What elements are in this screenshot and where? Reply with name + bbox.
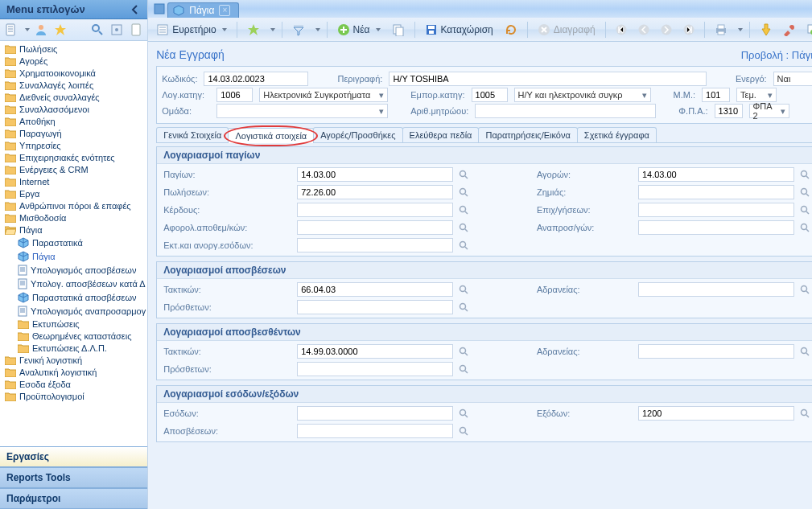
- nav-first-icon[interactable]: [612, 23, 630, 37]
- form-tab[interactable]: Παρατηρήσεις/Εικόνα: [478, 127, 577, 142]
- group-dropdown[interactable]: ▾: [216, 104, 388, 118]
- tree-item[interactable]: Συναλλαγές λοιπές: [0, 79, 147, 91]
- window-menu-icon[interactable]: [151, 1, 167, 17]
- code-input[interactable]: [204, 72, 308, 86]
- tree-item[interactable]: Ανθρώπινοι πόροι & επαφές: [0, 199, 147, 211]
- toolbar-new-button[interactable]: Νέα: [334, 22, 384, 38]
- tree-item[interactable]: Εκτυπώσεις: [0, 318, 147, 330]
- toolbar-index-caret-icon[interactable]: [222, 28, 227, 31]
- lookup-icon[interactable]: [799, 346, 810, 357]
- lookup-icon[interactable]: [458, 204, 469, 216]
- form-tab[interactable]: Σχετικά έγγραφα: [577, 127, 657, 142]
- account-input[interactable]: [638, 203, 794, 217]
- export-icon[interactable]: [803, 22, 812, 38]
- lookup-icon[interactable]: [799, 284, 810, 295]
- tree-item[interactable]: Αποθήκη: [0, 115, 147, 127]
- tree-item[interactable]: Χρηματοοικονομικά: [0, 67, 147, 79]
- account-input[interactable]: [297, 185, 453, 199]
- account-input[interactable]: [297, 282, 453, 297]
- toolbar-delete-button[interactable]: Διαγραφή: [534, 22, 599, 38]
- account-input[interactable]: [297, 300, 453, 314]
- tree-item[interactable]: Πωλήσεις: [0, 43, 147, 55]
- lookup-icon[interactable]: [458, 187, 469, 198]
- print-caret-icon[interactable]: [738, 28, 743, 31]
- window-tab[interactable]: Πάγια ×: [167, 2, 239, 18]
- registry-input[interactable]: [475, 104, 656, 118]
- account-input[interactable]: [638, 282, 794, 297]
- tree-item[interactable]: Πάγια: [0, 249, 147, 263]
- acc-cat-dropdown[interactable]: Ηλεκτρονικά Συγκροτήματα▾: [259, 88, 388, 102]
- tree-item[interactable]: Υπολογ. αποσβέσεων κατά Δ: [0, 277, 147, 290]
- lookup-icon[interactable]: [799, 169, 810, 180]
- form-tab[interactable]: Ελεύθερα πεδία: [402, 127, 480, 142]
- toolbar-index-button[interactable]: Ευρετήριο: [153, 22, 229, 38]
- star-add-icon[interactable]: [244, 22, 263, 38]
- filter-caret-icon[interactable]: [315, 28, 320, 31]
- sidebar-section[interactable]: Παράμετροι: [0, 488, 147, 509]
- collapse-sidebar-icon[interactable]: [129, 3, 141, 15]
- nav-last-icon[interactable]: [680, 23, 698, 37]
- comm-cat-code-input[interactable]: [472, 88, 508, 102]
- settings-icon[interactable]: [109, 22, 125, 38]
- lookup-icon[interactable]: [458, 222, 469, 233]
- lookup-icon[interactable]: [799, 222, 810, 233]
- lookup-icon[interactable]: [458, 284, 469, 295]
- lookup-icon[interactable]: [799, 204, 810, 216]
- tree-item[interactable]: Υπολογισμός αναπροσαρμογ: [0, 304, 147, 318]
- unit-dropdown[interactable]: Τεμ.▾: [736, 88, 777, 102]
- tools-icon[interactable]: [779, 22, 798, 38]
- tree-item[interactable]: Υπολογισμός αποσβέσεων: [0, 263, 147, 277]
- account-input[interactable]: [297, 167, 453, 182]
- vat-code-input[interactable]: [715, 104, 743, 118]
- lookup-icon[interactable]: [458, 302, 469, 313]
- vat-dropdown[interactable]: ΦΠΑ 2▾: [749, 104, 789, 118]
- tree-item[interactable]: Παραγωγή: [0, 127, 147, 139]
- filter-icon[interactable]: [289, 22, 308, 38]
- dropdown-caret-icon[interactable]: [25, 28, 30, 31]
- account-input[interactable]: [297, 203, 453, 217]
- user-icon[interactable]: [33, 22, 49, 38]
- toolbar-save-button[interactable]: Καταχώριση: [422, 22, 497, 38]
- account-input[interactable]: [638, 344, 794, 359]
- tree-item[interactable]: Παραστατικά: [0, 236, 147, 249]
- active-dropdown[interactable]: Ναι: [773, 72, 812, 86]
- tree-item[interactable]: Παραστατικά αποσβέσεων: [0, 290, 147, 304]
- action-icon[interactable]: [756, 22, 774, 38]
- tree-item[interactable]: Αγορές: [0, 55, 147, 67]
- sidebar-section[interactable]: Εργασίες: [0, 446, 147, 467]
- form-tab[interactable]: Γενικά Στοιχεία: [156, 127, 229, 142]
- acc-cat-code-input[interactable]: [216, 88, 253, 102]
- tree-item[interactable]: Διεθνείς συναλλαγές: [0, 91, 147, 103]
- form-tab[interactable]: Αγορές/Προσθήκες: [313, 127, 402, 142]
- lookup-icon[interactable]: [458, 169, 469, 180]
- unit-code-input[interactable]: [702, 88, 730, 102]
- sidebar-tree[interactable]: ΠωλήσειςΑγορέςΧρηματοοικονομικάΣυναλλαγέ…: [0, 41, 147, 446]
- lookup-icon[interactable]: [458, 346, 469, 357]
- tree-item[interactable]: Εκτυπώσεις Δ.Λ.Π.: [0, 342, 147, 354]
- lookup-icon[interactable]: [799, 187, 810, 198]
- tree-item[interactable]: Επιχειρησιακές ενότητες: [0, 151, 147, 163]
- account-input[interactable]: [297, 406, 453, 421]
- copy-icon[interactable]: [389, 22, 408, 38]
- lookup-icon[interactable]: [458, 240, 469, 251]
- tree-item[interactable]: Γενική λογιστική: [0, 354, 147, 366]
- tree-item[interactable]: Ενέργειες & CRM: [0, 163, 147, 175]
- lookup-icon[interactable]: [458, 363, 469, 375]
- account-input[interactable]: [297, 220, 453, 235]
- lookup-icon[interactable]: [799, 408, 810, 419]
- account-input[interactable]: [638, 406, 794, 421]
- account-input[interactable]: [638, 185, 794, 199]
- tree-item[interactable]: Αναλυτική λογιστική: [0, 366, 147, 378]
- account-input[interactable]: [297, 362, 453, 376]
- star-caret-icon[interactable]: [270, 28, 275, 31]
- nav-prev-icon[interactable]: [635, 23, 653, 37]
- tree-item[interactable]: Προϋπολογισμοί: [0, 390, 147, 402]
- tree-item[interactable]: Εργα: [0, 187, 147, 199]
- account-input[interactable]: [297, 238, 453, 252]
- toolbar-new-caret-icon[interactable]: [376, 28, 381, 31]
- tree-item[interactable]: Πάγια: [0, 224, 147, 236]
- doc-icon[interactable]: [128, 22, 144, 38]
- account-input[interactable]: [638, 220, 794, 235]
- tree-item[interactable]: Υπηρεσίες: [0, 139, 147, 151]
- print-icon[interactable]: [711, 22, 731, 38]
